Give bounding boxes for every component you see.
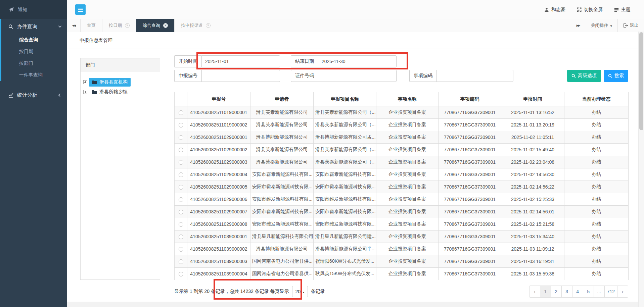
- cell-project-name: 祝瑞阳60KW分布式光伏发...: [314, 255, 376, 268]
- tab-close-icon[interactable]: [125, 23, 130, 28]
- tab[interactable]: 首页: [81, 19, 102, 32]
- table-row[interactable]: 4105260082511019000001 滑县芙泰新能源有限公司 滑县芙泰新…: [175, 106, 629, 119]
- sidebar-item-notice[interactable]: 通知: [0, 0, 67, 19]
- theme-menu[interactable]: 主题: [614, 7, 631, 13]
- tab[interactable]: 按申报渠道: [175, 19, 217, 32]
- caret-down-icon: [610, 23, 612, 28]
- pagination-item[interactable]: ‹: [529, 286, 540, 298]
- sidebar-toggle-button[interactable]: [75, 4, 86, 15]
- advanced-options-button[interactable]: 高级选项: [567, 70, 601, 82]
- sidebar-item-statistics[interactable]: 统计分析: [0, 88, 67, 102]
- cell-status: 办结: [564, 119, 629, 131]
- table-row[interactable]: 4105260082511029000001 滑县博能新能源有限公司 滑县博能新…: [175, 131, 629, 144]
- table-row[interactable]: 4105260082511029000006 安阳市维发新能源科技有限... 安…: [175, 193, 629, 206]
- tabs-scroll-left-button[interactable]: [67, 19, 81, 32]
- tab[interactable]: 按日期: [102, 19, 136, 32]
- cell-item-code: 770867716GG37309001: [439, 156, 501, 168]
- expand-plus-icon[interactable]: [83, 90, 87, 94]
- tab-close-icon[interactable]: [163, 23, 168, 28]
- row-radio-button[interactable]: [179, 135, 183, 140]
- row-radio-button[interactable]: [179, 148, 183, 152]
- cell-item-name: 企业投资项目备案: [376, 243, 439, 255]
- cell-project-name: 滑县芙泰新能源有限公司（...: [314, 156, 376, 168]
- cell-applicant: 安阳市霸泰新能源科技有限...: [250, 206, 314, 218]
- table-row[interactable]: 4105260082511039000001 滑县星凡新能源科技有限公司 滑县星…: [175, 231, 629, 243]
- pagination-item[interactable]: 4: [572, 286, 583, 298]
- record-summary-suffix: 条记录: [311, 289, 325, 295]
- table-row[interactable]: 4105260082511029000007 安阳市霸泰新能源科技有限... 安…: [175, 206, 629, 218]
- row-radio-button[interactable]: [179, 197, 183, 202]
- cell-declare-no: 4105260082511029000007: [187, 206, 250, 218]
- sidebar-submenu-item[interactable]: 按部门: [1, 57, 67, 69]
- pagination-item[interactable]: ›: [617, 286, 628, 298]
- row-radio-button[interactable]: [179, 185, 183, 190]
- end-date-group: 结束日期: [291, 55, 397, 67]
- caret-up-icon: [303, 289, 305, 294]
- user-menu[interactable]: 和志豪: [544, 7, 565, 13]
- logout-button[interactable]: 退出: [617, 19, 644, 32]
- cell-item-code: 770867716GG37309001: [439, 231, 501, 243]
- cell-applicant: 国网河南省电力公司滑县供...: [250, 255, 314, 268]
- cell-select: [175, 119, 187, 131]
- cell-item-name: 企业投资项目备案: [376, 106, 439, 119]
- column-header: 申报时间: [501, 92, 564, 106]
- table-row[interactable]: 4105260082511029000004 安阳市霸泰新能源科技有限... 安…: [175, 168, 629, 181]
- search-icon: [608, 74, 612, 78]
- close-operations-dropdown[interactable]: 关闭操作: [585, 19, 617, 32]
- expand-plus-icon[interactable]: [83, 80, 87, 84]
- cell-item-code: 770867716GG37309001: [439, 131, 501, 144]
- double-left-arrow-icon: [72, 24, 76, 27]
- pagination-item[interactable]: 5: [583, 286, 594, 298]
- row-radio-button[interactable]: [179, 259, 183, 264]
- sidebar-submenu-item[interactable]: 一件事查询: [1, 69, 67, 81]
- end-date-input[interactable]: [318, 55, 397, 67]
- row-radio-button[interactable]: [179, 172, 183, 177]
- chart-icon: [8, 93, 13, 98]
- query-section: 开始时间 结束日期 申报编号 证件号码: [174, 55, 628, 299]
- pagination-item[interactable]: 2: [551, 286, 562, 298]
- vertical-scrollbar[interactable]: [638, 32, 644, 307]
- table-row[interactable]: 4105260082511039000003 国网河南省电力公司滑县供... 祝…: [175, 255, 629, 268]
- table-row[interactable]: 4105260082511029000005 安阳市霸泰新能源科技有限... 安…: [175, 181, 629, 193]
- row-radio-button[interactable]: [179, 272, 183, 276]
- table-row[interactable]: 4105260082511029000008 安阳市维发新能源科技有限... 安…: [175, 218, 629, 231]
- row-radio-button[interactable]: [179, 222, 183, 227]
- table-row[interactable]: 4105260082511039000004 国网河南省电力公司滑县供... 耿…: [175, 268, 629, 280]
- scrollbar-thumb[interactable]: [639, 32, 643, 130]
- declare-no-input[interactable]: [201, 70, 280, 82]
- department-panel-title: 部门: [81, 58, 160, 72]
- row-radio-button[interactable]: [179, 123, 183, 127]
- page-size-dropdown[interactable]: 20: [292, 286, 308, 297]
- sidebar-submenu-item[interactable]: 按日期: [1, 46, 67, 57]
- sidebar-submenu-item[interactable]: 综合查询: [1, 34, 67, 46]
- pagination-item[interactable]: ...: [594, 286, 605, 298]
- table-row[interactable]: 4105260082511019000002 滑县芙泰新能源有限公司 滑县芙泰新…: [175, 119, 629, 131]
- column-header: 事项名称: [376, 92, 439, 106]
- table-row[interactable]: 4105260082511029000003 滑县芙泰新能源有限公司 滑县芙泰新…: [175, 156, 629, 168]
- pagination-item[interactable]: 712: [604, 286, 617, 298]
- row-radio-button[interactable]: [179, 247, 183, 252]
- row-radio-button[interactable]: [179, 210, 183, 214]
- tab-close-icon[interactable]: [206, 23, 211, 28]
- tree-node[interactable]: 滑县所辖乡镇: [83, 88, 157, 96]
- row-radio-button[interactable]: [179, 110, 183, 115]
- fullscreen-toggle[interactable]: 切换全屏: [577, 7, 603, 13]
- tabs-scroll-right-button[interactable]: [571, 19, 585, 32]
- tree-node[interactable]: 滑县县直机构: [83, 78, 157, 87]
- chevron-down-icon: [58, 24, 62, 28]
- row-radio-button[interactable]: [179, 235, 183, 239]
- table-row[interactable]: 4105260082511029000002 滑县芙泰新能源有限公司 滑县芙泰新…: [175, 144, 629, 156]
- cell-project-name: 安阳市霸泰新能源科技有限...: [314, 168, 376, 181]
- row-radio-button[interactable]: [179, 160, 183, 165]
- search-button[interactable]: 搜索: [604, 70, 628, 82]
- cell-project-name: 滑县博能新能源有限公司孟...: [314, 131, 376, 144]
- item-code-input[interactable]: [436, 70, 513, 82]
- cert-no-input[interactable]: [318, 70, 397, 82]
- tab[interactable]: 综合查询: [136, 19, 175, 32]
- pagination-item[interactable]: 1: [540, 286, 551, 298]
- cell-item-code: 770867716GG37309001: [439, 119, 501, 131]
- start-time-input[interactable]: [201, 55, 280, 67]
- pagination-item[interactable]: 3: [561, 286, 572, 298]
- sidebar-item-case-query[interactable]: 办件查询: [1, 19, 67, 34]
- table-row[interactable]: 4105260082511039000002 滑县博能新能源有限公司 滑县博能新…: [175, 243, 629, 255]
